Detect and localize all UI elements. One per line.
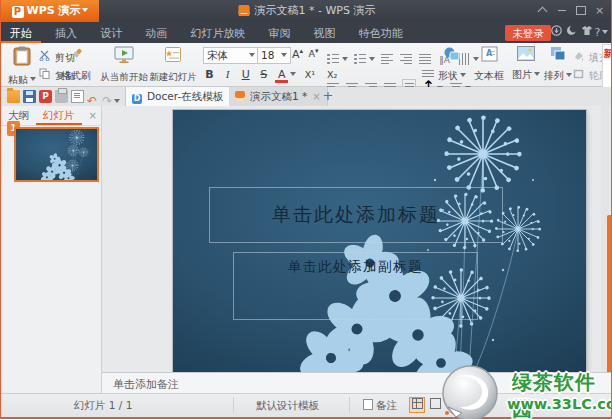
presentation-tab-icon (235, 91, 245, 101)
presentation-doc-icon (239, 5, 250, 16)
shapes-button[interactable]: 形状 (435, 46, 469, 83)
clipboard-icon (13, 46, 31, 66)
new-slide-icon (164, 46, 182, 63)
decrease-indent-button[interactable] (380, 51, 394, 65)
font-size-value: 18 (261, 49, 274, 61)
font-name-value: 宋体 (207, 49, 228, 61)
status-separator (233, 397, 234, 413)
brush-icon (69, 48, 83, 62)
paste-button[interactable]: 粘贴 (7, 46, 37, 87)
arrange-icon (550, 46, 567, 62)
docer-tab-label: Docer-在线模板 (147, 90, 223, 102)
collapse-ribbon-button[interactable] (533, 0, 552, 22)
superscript-button[interactable]: X¹ (301, 67, 318, 82)
window-title: 演示文稿1 * - WPS 演示 (239, 0, 376, 22)
notes-icon (363, 399, 373, 410)
right-edge-cutoff-panel: 新 (602, 44, 612, 88)
wps-menu-button[interactable]: PWPS 演示 (1, 0, 99, 22)
font-size-select[interactable]: 18 (257, 47, 291, 64)
picture-label: 图片 (512, 69, 532, 80)
close-button[interactable]: × (590, 0, 609, 22)
picture-button[interactable]: 图片 (511, 46, 541, 82)
title-bar: PWPS 演示 演示文稿1 * - WPS 演示 × (1, 0, 612, 22)
shapes-icon (443, 46, 461, 62)
doc-tab-presentation1[interactable]: 演示文稿1 *× (229, 87, 328, 106)
font-color-button[interactable]: A (275, 69, 288, 83)
quick-access-caret-icon[interactable] (114, 99, 120, 106)
tab-view[interactable]: 视图 (305, 23, 345, 44)
message-icon[interactable] (564, 25, 579, 39)
ribbon-toolbar: 粘贴 剪切 复制 格式刷 (1, 43, 612, 87)
print-preview-icon[interactable] (71, 90, 84, 103)
numbered-list-button[interactable] (353, 51, 367, 65)
update-icon[interactable] (549, 25, 564, 39)
distribute-text-button[interactable] (418, 51, 432, 65)
notes-pane[interactable]: 单击添加备注 (102, 372, 612, 393)
copy-icon (39, 68, 50, 79)
status-separator (349, 397, 350, 413)
tab-home[interactable]: 开始 (1, 23, 41, 44)
notes-toggle[interactable]: 备注 (363, 399, 397, 413)
presentation-tab-label: 演示文稿1 * (250, 90, 307, 102)
notes-placeholder: 单击添加备注 (113, 377, 179, 392)
tab-slideshow[interactable]: 幻灯片放映 (181, 23, 254, 44)
account-icon-strip: ? (549, 25, 609, 41)
doc-tab-docer[interactable]: DDocer-在线模板× (125, 87, 244, 106)
login-button[interactable]: 未登录 (505, 25, 551, 41)
quick-access-toolbar: P↶ ↷ (7, 90, 120, 103)
tab-special-features[interactable]: 特色功能 (350, 23, 412, 44)
picture-icon (517, 46, 535, 61)
window-title-text: 演示文稿1 * - WPS 演示 (255, 4, 376, 17)
wps-logo-label: WPS 演示 (27, 4, 81, 17)
skin-icon[interactable] (579, 25, 594, 39)
pdf-export-icon[interactable]: P (39, 90, 52, 103)
bullet-list-button[interactable] (326, 51, 340, 65)
slide-thumbnail[interactable] (14, 127, 99, 182)
status-bar: 幻灯片 1 / 1 默认设计模板 备注 (1, 393, 612, 417)
slides-panel-close-icon[interactable]: × (89, 106, 97, 125)
bold-button[interactable]: B (203, 67, 216, 82)
tab-insert[interactable]: 插入 (46, 23, 86, 44)
logo-caret-icon (82, 8, 88, 15)
shapes-label: 形状 (438, 70, 458, 81)
slide-counter: 幻灯片 1 / 1 (74, 399, 132, 413)
underline-button[interactable]: U (239, 67, 252, 82)
minimize-button[interactable] (552, 0, 571, 22)
tab-design[interactable]: 设计 (91, 23, 131, 44)
increase-font-button[interactable]: A▴ (291, 47, 304, 61)
save-icon[interactable] (23, 90, 36, 103)
slides-tab[interactable]: 幻灯片 (36, 106, 82, 125)
scissors-icon (39, 50, 50, 61)
format-painter-label: 格式刷 (61, 70, 91, 81)
textbox-label: 文本框 (474, 70, 504, 81)
title-placeholder[interactable]: 单击此处添加标题 (209, 187, 503, 243)
format-painter-button[interactable] (69, 47, 83, 66)
maximize-button[interactable] (571, 0, 590, 22)
font-color-caret-icon[interactable] (290, 72, 296, 79)
template-name[interactable]: 默认设计模板 (256, 399, 319, 413)
format-painter-label-row[interactable]: 格式刷 (61, 66, 91, 81)
svg-text:A: A (486, 49, 493, 58)
print-icon[interactable] (55, 90, 68, 103)
outline-icon (573, 69, 584, 79)
slide-sorter-view-button[interactable] (427, 397, 443, 413)
arrange-label: 排列 (544, 70, 564, 81)
increase-indent-button[interactable] (399, 51, 413, 65)
tab-animation[interactable]: 动画 (136, 23, 176, 44)
new-document-tab-button[interactable]: + (319, 87, 337, 106)
line-spacing-button[interactable]: ↕ (421, 66, 435, 80)
italic-button[interactable]: I (221, 67, 234, 82)
slide-canvas[interactable]: 单击此处添加标题 单击此处添加副标题 (173, 110, 586, 372)
decrease-font-button[interactable]: A▾ (307, 47, 320, 59)
wps-logo-icon: P (12, 6, 24, 18)
paste-label: 粘贴 (8, 74, 28, 85)
font-name-select[interactable]: 宋体 (203, 47, 259, 64)
open-folder-icon[interactable] (7, 90, 20, 103)
tab-review[interactable]: 审阅 (259, 23, 299, 44)
help-icon[interactable]: ? (594, 26, 609, 39)
strikethrough-button[interactable]: S (257, 67, 270, 82)
fill-icon (573, 51, 584, 61)
subtitle-placeholder[interactable]: 单击此处添加副标题 (233, 252, 478, 320)
normal-view-button[interactable] (409, 397, 425, 413)
arrange-button[interactable]: 排列 (543, 46, 573, 83)
